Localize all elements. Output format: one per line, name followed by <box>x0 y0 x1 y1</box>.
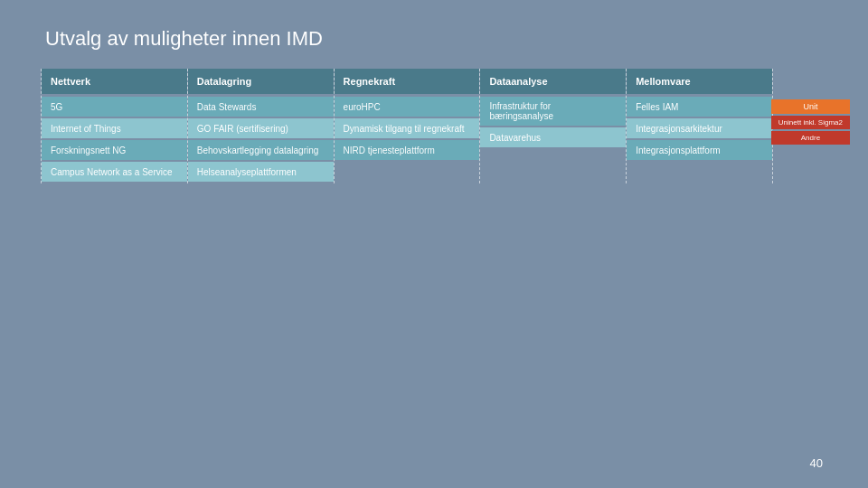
column-mellomvare: Mellomvare Felles IAM Integrasjonsarkite… <box>626 69 773 183</box>
legend-uninett: Uninett inkl. Sigma2 <box>771 116 850 129</box>
col-item: Integrasjonsplattform <box>627 140 772 160</box>
col-header-nettverk: Nettverk <box>42 69 187 94</box>
column-nettverk: Nettverk 5G Internet of Things Forskning… <box>41 69 187 183</box>
col-item: Behovskartlegging datalagring <box>188 140 334 160</box>
legend: Unit Uninett inkl. Sigma2 Andre <box>771 99 850 145</box>
column-regnekraft: Regnekraft euroHPC Dynamisk tilgang til … <box>334 69 480 183</box>
col-header-mellomvare: Mellomvare <box>627 69 772 94</box>
columns-container: Nettverk 5G Internet of Things Forskning… <box>0 69 814 183</box>
column-datalagring: Datalagring Data Stewards GO FAIR (serti… <box>187 69 334 183</box>
col-item: Datavarehus <box>480 127 626 147</box>
col-header-datalagring: Datalagring <box>188 69 334 94</box>
col-item: GO FAIR (sertifisering) <box>188 118 334 138</box>
col-item: Internet of Things <box>42 118 187 138</box>
col-item: Helseanalyseplattformen <box>188 162 334 182</box>
col-item: Infrastruktur for bæringsanalyse <box>480 97 626 126</box>
column-dataanalyse: Dataanalyse Infrastruktur for bæringsana… <box>479 69 626 183</box>
col-item: euroHPC <box>335 97 480 117</box>
page-number: 40 <box>810 456 823 470</box>
col-item: NIRD tjenesteplattform <box>335 140 480 160</box>
col-item: Forskningsnett NG <box>42 140 187 160</box>
col-item: Integrasjonsarkitektur <box>627 118 772 138</box>
legend-unit: Unit <box>771 99 850 114</box>
col-item: Felles IAM <box>627 97 772 117</box>
col-header-regnekraft: Regnekraft <box>335 69 480 94</box>
col-item: 5G <box>42 97 187 117</box>
page-title: Utvalg av muligheter innen IMD <box>0 0 868 69</box>
col-header-dataanalyse: Dataanalyse <box>480 69 626 94</box>
col-item: Dynamisk tilgang til regnekraft <box>335 118 480 138</box>
legend-andre: Andre <box>771 131 850 145</box>
col-item: Campus Network as a Service <box>42 162 187 182</box>
col-item: Data Stewards <box>188 97 334 117</box>
